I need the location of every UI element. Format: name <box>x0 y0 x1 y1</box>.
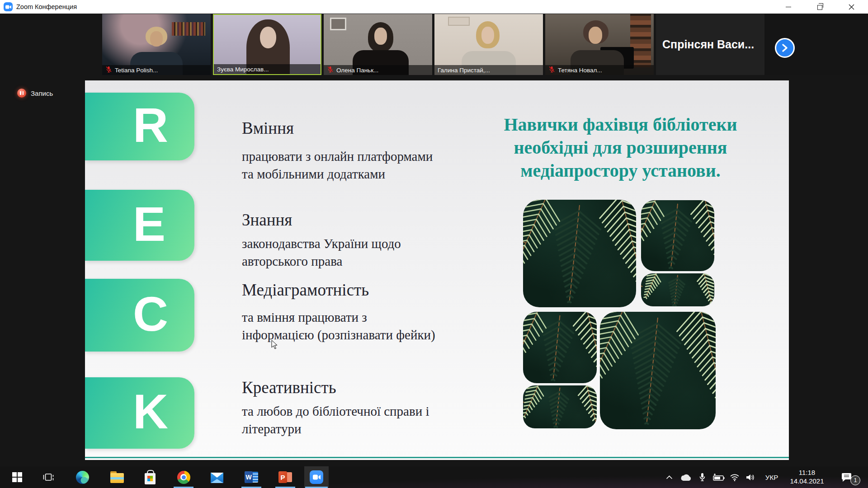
restore-button[interactable] <box>809 0 830 14</box>
word-icon: W <box>245 471 258 483</box>
decoration <box>374 28 387 45</box>
zoom-camera-icon <box>310 470 323 484</box>
slide-section: Знання законодавства України щодо авторс… <box>242 210 436 270</box>
slide-bottom-rule <box>85 457 789 458</box>
fern-image <box>523 312 597 383</box>
edge-icon <box>76 471 89 484</box>
taskbar-file-explorer-button[interactable] <box>106 466 128 488</box>
mail-icon <box>211 473 223 483</box>
fern-image <box>523 385 597 428</box>
language-indicator[interactable]: УКР <box>762 466 781 488</box>
fern-image <box>600 312 716 429</box>
participant-name-bar: Олена Паньк... <box>324 65 432 75</box>
section-body: законодавства України щодо авторського п… <box>242 235 436 270</box>
participant-video-tile[interactable]: Олена Паньк... <box>324 14 432 75</box>
headline-line: необхідні для розширення <box>491 136 750 159</box>
muted-mic-icon <box>327 66 334 75</box>
taskbar-edge-button[interactable] <box>71 466 93 488</box>
slide-section: Креативність та любов до бібліотечної сп… <box>242 378 436 438</box>
chevron-up-icon <box>666 475 673 479</box>
participant-video-off-tile[interactable]: Спрінсян Васи... <box>656 14 764 75</box>
decoration <box>260 27 276 48</box>
picture-frame-decoration <box>330 18 346 30</box>
taskbar-store-button[interactable] <box>139 466 161 488</box>
participant-name: Зуєва Мирослав... <box>217 66 269 73</box>
letter-tile-k: K <box>85 377 194 449</box>
participant-video-tile[interactable]: Тетяна Новал... <box>545 14 654 75</box>
section-body: та любов до бібліотечної справи і літера… <box>242 403 436 438</box>
headline-line: Навички фахівця бібліотеки <box>491 113 750 136</box>
close-button[interactable] <box>841 0 862 14</box>
tray-date: 14.04.2021 <box>790 477 824 486</box>
next-participants-button[interactable] <box>775 38 795 58</box>
participant-name: Олена Паньк... <box>336 67 378 74</box>
taskbar: W P УКР 11:18 14.04.2021 1 <box>0 466 868 488</box>
wifi-tray-button[interactable] <box>728 466 741 488</box>
windows-logo-icon <box>12 472 22 482</box>
tray-expand-button[interactable] <box>662 466 676 488</box>
participant-name: Галина Пристай,... <box>438 67 490 74</box>
section-title: Знання <box>242 210 436 230</box>
shared-screen-slide: R E C K Вміння працювати з онлайн платфо… <box>85 80 789 460</box>
picture-frame-decoration <box>448 17 470 26</box>
chrome-icon <box>177 471 190 484</box>
notification-badge: 1 <box>850 475 860 485</box>
muted-mic-icon <box>548 66 555 75</box>
participant-video-tile-active-speaker[interactable]: Зуєва Мирослав... <box>213 14 321 75</box>
microphone-icon <box>699 473 706 482</box>
participant-name-bar: Тетяна Новал... <box>545 65 654 75</box>
section-title: Креативність <box>242 378 436 397</box>
muted-mic-icon <box>105 66 112 75</box>
participant-name-bar: Tetiana Polish... <box>102 65 211 75</box>
slide-headline: Навички фахівця бібліотеки необхідні для… <box>491 113 750 183</box>
window-title: Zoom Конференция <box>16 3 77 10</box>
letter: K <box>133 383 168 440</box>
slide-section: Медіаграмотність та вміння працювати з і… <box>242 280 436 344</box>
mouse-cursor <box>271 340 279 350</box>
section-title: Медіаграмотність <box>242 280 436 300</box>
tray-time: 11:18 <box>799 469 815 477</box>
onedrive-cloud-icon <box>680 474 692 481</box>
recording-indicator: Запись <box>17 89 53 98</box>
volume-tray-button[interactable] <box>743 466 758 488</box>
fern-image <box>641 200 714 271</box>
taskbar-mail-button[interactable] <box>206 466 228 488</box>
task-view-icon <box>42 472 54 482</box>
wifi-icon <box>730 474 740 481</box>
title-bar: Zoom Конференция <box>0 0 868 14</box>
slide-section: Вміння працювати з онлайн платформами та… <box>242 118 436 183</box>
file-explorer-icon <box>110 473 124 483</box>
onedrive-tray-button[interactable] <box>678 466 693 488</box>
letter-tile-e: E <box>85 190 194 261</box>
fern-image <box>523 200 636 307</box>
bookshelf-decoration <box>172 22 205 36</box>
section-body: та вміння працювати з інформацією (розпі… <box>242 309 436 344</box>
zoom-camera-icon <box>4 2 13 11</box>
microphone-tray-button[interactable] <box>695 466 709 488</box>
decoration <box>481 27 494 44</box>
battery-charging-icon <box>712 473 725 481</box>
clock[interactable]: 11:18 14.04.2021 <box>785 466 829 488</box>
letter: R <box>133 97 168 153</box>
headline-line: медіапростору установи. <box>491 159 750 182</box>
powerpoint-icon: P <box>278 471 292 483</box>
taskbar-chrome-button[interactable] <box>173 466 194 488</box>
start-button[interactable] <box>6 466 28 488</box>
taskbar-word-button[interactable]: W <box>241 466 262 488</box>
participant-name-bar: Галина Пристай,... <box>434 65 543 75</box>
task-view-button[interactable] <box>38 466 59 488</box>
microsoft-store-icon <box>145 473 156 484</box>
taskbar-powerpoint-button[interactable]: P <box>274 466 296 488</box>
taskbar-zoom-button-active[interactable] <box>304 466 329 488</box>
participant-video-tile[interactable]: Tetiana Polish... <box>102 14 211 75</box>
action-center-button[interactable]: 1 <box>836 466 856 488</box>
decoration <box>589 27 602 44</box>
recording-pause-icon <box>17 89 26 98</box>
section-body: працювати з онлайн платформами та мобіль… <box>242 148 436 183</box>
participant-video-tile[interactable]: Галина Пристай,... <box>434 14 543 75</box>
minimize-button[interactable] <box>778 0 799 14</box>
chevron-right-icon <box>782 44 788 52</box>
battery-tray-button[interactable] <box>711 466 726 488</box>
decoration <box>150 31 163 47</box>
letter-tile-r: R <box>85 93 194 160</box>
